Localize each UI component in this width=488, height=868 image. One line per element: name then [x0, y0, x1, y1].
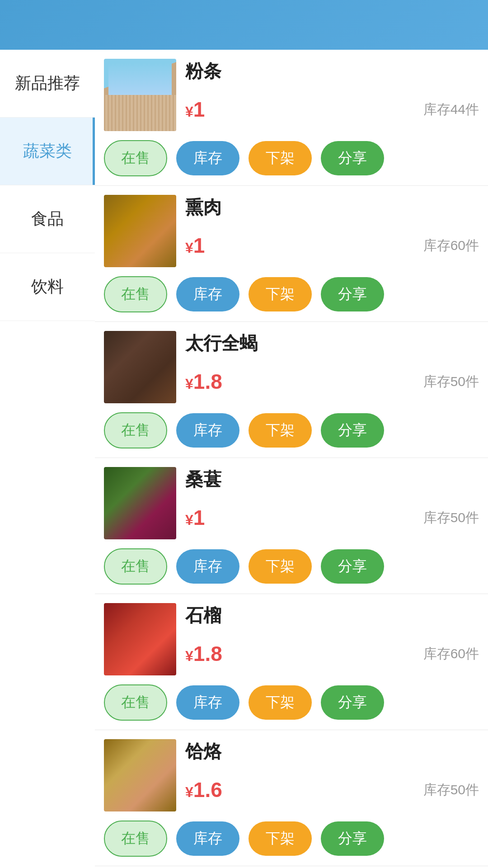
- product-item-shiliu: 石榴 ¥1.8 库存60件 在售 库存 下架 分享: [95, 594, 488, 730]
- price-symbol: ¥: [185, 512, 193, 528]
- product-top: 饸烙 ¥1.6 库存50件: [104, 739, 479, 811]
- sidebar-item-drinks[interactable]: 饮料: [0, 253, 95, 321]
- product-name: 石榴: [185, 603, 479, 628]
- price-symbol: ¥: [185, 104, 193, 120]
- product-actions: 在售 库存 下架 分享: [104, 821, 479, 857]
- delist-button[interactable]: 下架: [249, 685, 312, 720]
- sidebar: 新品推荐 蔬菜类 食品 饮料: [0, 50, 95, 868]
- product-top: 桑葚 ¥1 库存50件: [104, 467, 479, 539]
- product-name: 饸烙: [185, 739, 479, 764]
- price-symbol: ¥: [185, 648, 193, 664]
- product-list: 粉条 ¥1 库存44件 在售 库存 下架 分享 熏肉 ¥1: [95, 50, 488, 868]
- product-image: [104, 331, 176, 403]
- delist-button[interactable]: 下架: [249, 141, 312, 175]
- product-actions: 在售 库存 下架 分享: [104, 684, 479, 721]
- price-symbol: ¥: [185, 240, 193, 256]
- stock-button[interactable]: 库存: [176, 821, 239, 856]
- product-info: 粉条 ¥1 库存44件: [176, 59, 479, 122]
- stock-button[interactable]: 库存: [176, 413, 239, 448]
- product-price: ¥1: [185, 97, 205, 122]
- product-item-heluo: 饸烙 ¥1.6 库存50件 在售 库存 下架 分享: [95, 730, 488, 866]
- product-price: ¥1: [185, 233, 205, 258]
- product-stock: 库存50件: [423, 373, 479, 391]
- product-info: 熏肉 ¥1 库存60件: [176, 195, 479, 258]
- price-symbol: ¥: [185, 784, 193, 800]
- product-stock: 库存44件: [423, 100, 479, 119]
- product-top: 熏肉 ¥1 库存60件: [104, 195, 479, 267]
- selling-button[interactable]: 在售: [104, 140, 167, 176]
- share-button[interactable]: 分享: [321, 685, 384, 720]
- product-name: 粉条: [185, 59, 479, 84]
- product-price: ¥1: [185, 505, 205, 530]
- product-item-xiezi: 太行全蝎 ¥1.8 库存50件 在售 库存 下架 分享: [95, 322, 488, 458]
- selling-button[interactable]: 在售: [104, 412, 167, 448]
- delist-button[interactable]: 下架: [249, 413, 312, 448]
- product-top: 太行全蝎 ¥1.8 库存50件: [104, 331, 479, 403]
- share-button[interactable]: 分享: [321, 277, 384, 311]
- product-stock: 库存60件: [423, 236, 479, 255]
- share-button[interactable]: 分享: [321, 413, 384, 448]
- product-stock: 库存50件: [423, 509, 479, 527]
- price-symbol: ¥: [185, 376, 193, 392]
- sidebar-item-food[interactable]: 食品: [0, 185, 95, 253]
- stock-button[interactable]: 库存: [176, 549, 239, 584]
- product-image: [104, 739, 176, 811]
- product-actions: 在售 库存 下架 分享: [104, 140, 479, 176]
- product-price: ¥1.6: [185, 778, 222, 802]
- share-button[interactable]: 分享: [321, 821, 384, 856]
- product-top: 石榴 ¥1.8 库存60件: [104, 603, 479, 675]
- delist-button[interactable]: 下架: [249, 821, 312, 856]
- product-actions: 在售 库存 下架 分享: [104, 548, 479, 585]
- product-info: 桑葚 ¥1 库存50件: [176, 467, 479, 530]
- stock-button[interactable]: 库存: [176, 277, 239, 311]
- product-image: [104, 603, 176, 675]
- product-price: ¥1.8: [185, 369, 222, 394]
- share-button[interactable]: 分享: [321, 549, 384, 584]
- product-price-row: ¥1.8 库存60件: [185, 642, 479, 666]
- product-item-xunrou: 熏肉 ¥1 库存60件 在售 库存 下架 分享: [95, 186, 488, 322]
- product-info: 饸烙 ¥1.6 库存50件: [176, 739, 479, 802]
- product-price: ¥1.8: [185, 642, 222, 666]
- main-content: 新品推荐 蔬菜类 食品 饮料 粉条 ¥1 库存44件 在售 库存 下架 分享: [0, 50, 488, 868]
- product-item-sangshen: 桑葚 ¥1 库存50件 在售 库存 下架 分享: [95, 458, 488, 594]
- product-name: 太行全蝎: [185, 331, 479, 356]
- product-image: [104, 195, 176, 267]
- product-actions: 在售 库存 下架 分享: [104, 412, 479, 448]
- sidebar-item-vegetables[interactable]: 蔬菜类: [0, 118, 95, 185]
- product-stock: 库存60件: [423, 645, 479, 663]
- product-price-row: ¥1 库存44件: [185, 97, 479, 122]
- product-info: 石榴 ¥1.8 库存60件: [176, 603, 479, 666]
- product-image: [104, 59, 176, 131]
- product-image: [104, 467, 176, 539]
- stock-button[interactable]: 库存: [176, 685, 239, 720]
- header: [0, 0, 488, 50]
- product-name: 桑葚: [185, 467, 479, 492]
- selling-button[interactable]: 在售: [104, 684, 167, 721]
- product-price-row: ¥1.8 库存50件: [185, 369, 479, 394]
- product-price-row: ¥1 库存60件: [185, 233, 479, 258]
- product-top: 粉条 ¥1 库存44件: [104, 59, 479, 131]
- product-stock: 库存50件: [423, 781, 479, 799]
- share-button[interactable]: 分享: [321, 141, 384, 175]
- selling-button[interactable]: 在售: [104, 821, 167, 857]
- product-item-fentiao: 粉条 ¥1 库存44件 在售 库存 下架 分享: [95, 50, 488, 186]
- selling-button[interactable]: 在售: [104, 276, 167, 312]
- sidebar-item-new[interactable]: 新品推荐: [0, 50, 95, 118]
- product-name: 熏肉: [185, 195, 479, 220]
- product-info: 太行全蝎 ¥1.8 库存50件: [176, 331, 479, 394]
- selling-button[interactable]: 在售: [104, 548, 167, 585]
- product-actions: 在售 库存 下架 分享: [104, 276, 479, 312]
- product-price-row: ¥1.6 库存50件: [185, 778, 479, 802]
- delist-button[interactable]: 下架: [249, 549, 312, 584]
- delist-button[interactable]: 下架: [249, 277, 312, 311]
- product-price-row: ¥1 库存50件: [185, 505, 479, 530]
- stock-button[interactable]: 库存: [176, 141, 239, 175]
